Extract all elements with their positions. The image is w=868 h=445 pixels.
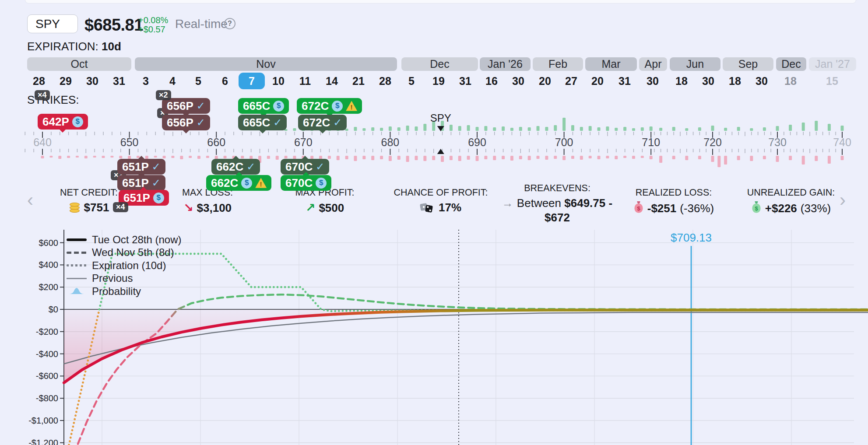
dollar-coin-icon: $	[273, 101, 284, 112]
svg-text:690: 690	[468, 136, 486, 148]
svg-text:-$200: -$200	[36, 327, 58, 336]
thick-line-icon	[67, 238, 87, 241]
chart-legend: Tue Oct 28th (now) Wed Nov 5th (8d) Expi…	[67, 233, 182, 298]
strike-badge-label: 656P	[167, 99, 193, 113]
legend-item-now[interactable]: Tue Oct 28th (now)	[67, 233, 182, 246]
strike-badge-label: 642P	[42, 115, 69, 129]
svg-text:660: 660	[207, 136, 225, 148]
svg-text:640: 640	[33, 136, 52, 148]
legend-item-previous[interactable]: Previous	[67, 272, 182, 285]
strike-badge-672c[interactable]: 672C✓	[298, 115, 347, 130]
svg-text:$600: $600	[39, 238, 59, 248]
options-strategy-app: $685.81 +0.08% +$0.57 Real-time ? EXPIRA…	[0, 0, 868, 445]
svg-text:-$600: -$600	[36, 371, 58, 381]
strike-badge-656p[interactable]: 656P✓	[162, 115, 210, 130]
badge-pointer	[259, 130, 266, 133]
spy-marker-label: SPY	[430, 112, 451, 124]
loss-shading	[64, 309, 868, 383]
legend-item-expiration[interactable]: Expiration (10d)	[67, 259, 182, 272]
badge-pointer	[319, 130, 326, 133]
legend-item-probability[interactable]: Probability	[67, 285, 182, 298]
check-icon: ✓	[197, 100, 205, 112]
strike-badge-656p[interactable]: 656P✓	[162, 98, 210, 114]
badge-pointer	[232, 156, 239, 159]
badge-pointer	[59, 129, 66, 133]
dashed-line-icon	[67, 252, 87, 254]
check-icon: ✓	[316, 161, 324, 173]
sd-price-label: $709.13	[671, 231, 712, 244]
svg-text:650: 650	[120, 136, 139, 148]
svg-text:710: 710	[642, 136, 660, 148]
warning-icon: !	[346, 101, 357, 111]
strike-badge-label: 670C	[285, 176, 313, 190]
dollar-coin-icon: $	[332, 101, 343, 112]
svg-text:-$400: -$400	[36, 349, 58, 359]
strike-badge-label: 672C	[303, 116, 330, 130]
strike-badge-label: 665C	[243, 116, 270, 130]
badge-pointer	[138, 156, 145, 159]
check-icon: ✓	[333, 116, 342, 129]
svg-text:730: 730	[768, 136, 787, 148]
svg-text:-$1,200: -$1,200	[28, 438, 58, 445]
thin-line-icon	[67, 278, 87, 279]
badge-pointer	[235, 172, 242, 175]
strike-badge-642p[interactable]: 642P$	[38, 114, 88, 130]
dollar-coin-icon: $	[72, 116, 83, 127]
svg-text:-$1,000: -$1,000	[28, 416, 58, 425]
strike-badge-665c[interactable]: 665C$	[238, 98, 289, 114]
check-icon: ✓	[273, 116, 282, 129]
check-icon: ✓	[152, 161, 161, 173]
dollar-coin-icon: $	[241, 178, 252, 189]
dotted-line-icon	[67, 264, 87, 266]
strike-badge-label: 670C	[285, 160, 313, 174]
svg-text:$0: $0	[49, 305, 58, 314]
svg-text:670: 670	[294, 136, 313, 148]
badge-pointer	[183, 130, 190, 133]
svg-text:$400: $400	[39, 260, 59, 270]
probability-bell-icon	[67, 288, 87, 294]
quantity-multiplier-badge: ×4	[113, 202, 128, 212]
strike-badge-label: 662C	[211, 176, 238, 190]
svg-text:$200: $200	[39, 282, 59, 292]
profit-loss-chart[interactable]: 640650660670680690700710720730740SPY$600…	[0, 0, 868, 445]
badge-pointer	[140, 187, 147, 190]
strike-badge-label: 651P	[122, 160, 149, 174]
strike-badge-665c[interactable]: 665C✓	[238, 115, 287, 130]
dollar-coin-icon: $	[316, 178, 327, 189]
badge-pointer	[302, 172, 309, 175]
quantity-multiplier-badge: ×2	[156, 90, 171, 100]
svg-text:720: 720	[703, 136, 722, 148]
spy-marker-up-icon	[437, 149, 444, 154]
badge-pointer	[302, 156, 309, 159]
svg-text:-$800: -$800	[36, 393, 58, 403]
warning-icon: !	[255, 178, 267, 188]
legend-item-mid[interactable]: Wed Nov 5th (8d)	[67, 246, 182, 259]
svg-text:700: 700	[555, 136, 573, 148]
strike-badge-662c[interactable]: 662C$!	[206, 175, 271, 191]
strike-badge-672c[interactable]: 672C$!	[297, 98, 362, 114]
strike-badge-label: 662C	[216, 160, 243, 174]
check-icon: ✓	[197, 116, 205, 129]
strike-badge-label: 656P	[167, 116, 193, 130]
strike-badge-label: 665C	[243, 99, 270, 113]
check-icon: ✓	[152, 177, 161, 189]
badge-pointer	[138, 172, 145, 175]
check-icon: ✓	[246, 161, 255, 173]
svg-text:680: 680	[381, 136, 400, 148]
quantity-multiplier-badge: ×4	[35, 90, 50, 100]
strike-badge-label: 672C	[302, 99, 329, 113]
dollar-coin-icon: $	[153, 193, 164, 203]
svg-text:740: 740	[833, 136, 851, 148]
expiration-curve-gain	[99, 254, 868, 311]
strike-badge-670c[interactable]: 670C$	[281, 175, 331, 191]
